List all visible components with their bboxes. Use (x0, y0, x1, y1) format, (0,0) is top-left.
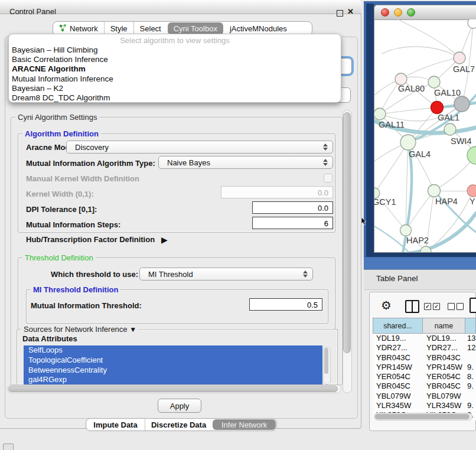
network-node[interactable] (444, 123, 456, 135)
attribute-list-item[interactable]: gal4RGexp (24, 375, 322, 384)
algorithm-option[interactable]: ARACNE Algorithm (9, 64, 341, 74)
kernel-width-field[interactable]: 0.0 (221, 186, 333, 198)
tab-impute-data[interactable]: Impute Data (86, 419, 145, 431)
tab-cyni-toolbox-label: Cyni Toolbox (174, 24, 217, 33)
network-window-titlebar[interactable] (374, 5, 476, 20)
column-header-name[interactable]: name (422, 318, 465, 334)
mac-zoom-button[interactable] (407, 8, 415, 17)
checked-checkbox-icon[interactable]: ✓ (433, 303, 440, 310)
tab-discretize-data[interactable]: Discretize Data (145, 419, 212, 431)
table-cell: YBL079W (373, 392, 422, 401)
algorithm-definition-title: Algorithm Definition (22, 129, 101, 138)
tab-cyni-toolbox[interactable]: Cyni Toolbox (168, 22, 223, 35)
settings-vertical-scrollbar-thumb[interactable] (343, 112, 351, 353)
table-panel-title: Table Panel (376, 274, 418, 283)
table-cell: 8. (465, 372, 476, 381)
table-cell: YBR043C (373, 353, 422, 363)
unchecked-checkbox-icon[interactable] (448, 303, 455, 310)
table-horizontal-scrollbar-thumb[interactable] (375, 414, 470, 419)
which-threshold-value: MI Threshold (140, 270, 301, 279)
attribute-list-item[interactable]: BetweennessCentrality (24, 366, 322, 376)
network-node[interactable] (454, 96, 470, 112)
checked-checkbox-icon[interactable]: ✓ (424, 303, 431, 310)
apply-button[interactable]: Apply (158, 399, 201, 413)
stepper-arrows-icon (321, 144, 330, 151)
attribute-list-item[interactable]: TopologicalCoefficient (24, 356, 322, 366)
table-cell: YER054C (373, 372, 422, 381)
data-attributes-label: Data Attributes (22, 334, 77, 343)
network-node[interactable] (467, 185, 476, 197)
table-row[interactable]: YPR145WYPR145W9. (373, 363, 476, 372)
collapse-caret-down-icon[interactable]: ▼ (129, 325, 136, 334)
attribute-list-item[interactable]: SelfLoops (24, 345, 322, 356)
table-header-row: shared... name (373, 318, 476, 334)
tab-select-label: Select (140, 24, 161, 33)
mac-minimize-button[interactable] (394, 8, 402, 17)
node-label: GCY1 (374, 197, 396, 207)
tab-infer-network[interactable]: Infer Network (213, 419, 276, 430)
algorithm-option[interactable]: Mutual Information Inference (9, 74, 341, 84)
network-node[interactable] (400, 135, 416, 150)
table-row[interactable]: YDL19...YDL19...13 (373, 334, 476, 343)
network-node[interactable] (428, 185, 441, 197)
table-row[interactable]: YBL079WYBL079W (373, 392, 476, 401)
network-node[interactable] (468, 19, 476, 28)
aracne-mode-combobox[interactable]: Discovery (66, 141, 333, 154)
node-label: GAL11 (379, 120, 405, 129)
mi-threshold-field[interactable]: 0.5 (249, 298, 322, 311)
algorithm-option[interactable]: Bayesian – K2 (9, 84, 341, 93)
mac-close-button[interactable] (381, 8, 389, 17)
network-node[interactable] (431, 102, 444, 114)
float-window-icon[interactable] (337, 10, 343, 17)
tab-jactivemnodules-label: jActiveMNodules (230, 24, 287, 33)
attributes-scrollbar-thumb[interactable] (324, 348, 328, 374)
table-cell: YDR27... (373, 343, 422, 353)
node-label: GAL7 (453, 64, 475, 74)
manual-kernel-width-checkbox[interactable] (324, 174, 332, 182)
network-edge (409, 213, 476, 253)
table-row[interactable]: YER054CYER054C8. (373, 372, 476, 381)
hub-definition-label: Hub/Transcription Factor Definition (26, 235, 155, 244)
network-node[interactable] (395, 73, 407, 85)
algorithm-option[interactable]: Dream8 DC_TDC Algorithm (9, 93, 341, 103)
new-table-icon-partial[interactable] (470, 298, 476, 313)
network-node[interactable] (400, 225, 412, 236)
network-node[interactable] (454, 52, 465, 64)
network-canvas[interactable]: GAL7GAL80GAL10GAL1GAL11SWI4GAL4HAP4YGCY1… (374, 19, 476, 253)
threshold-definition-title: Threshold Definition (22, 253, 96, 262)
column-header-partial[interactable] (465, 318, 476, 334)
network-node[interactable] (467, 146, 476, 164)
table-cell (465, 392, 476, 401)
network-node[interactable] (374, 108, 386, 120)
algorithm-option[interactable]: Basic Correlation Inference (9, 55, 341, 64)
screen: Control Panel ✕ Network Style Select Cyn… (0, 0, 476, 450)
close-icon[interactable]: ✕ (347, 7, 354, 16)
settings-horizontal-scrollbar-thumb[interactable] (8, 386, 338, 392)
network-node[interactable] (428, 76, 440, 88)
mi-steps-field[interactable]: 6 (252, 217, 333, 229)
table-row[interactable]: YLR345WYLR345W9. (373, 401, 476, 410)
mi-threshold-definition-title: MI Threshold Definition (31, 285, 120, 294)
node-label: GAL4 (409, 149, 431, 159)
which-threshold-combobox[interactable]: MI Threshold (139, 268, 313, 281)
table-settings-gear-icon[interactable]: ⚙ (381, 298, 392, 312)
node-label: GAL10 (434, 88, 461, 97)
unchecked-checkbox-icon[interactable] (457, 303, 464, 310)
table-row[interactable]: YBR045CYBR045C9. (373, 381, 476, 391)
stepper-arrows-icon (301, 270, 310, 278)
split-columns-icon[interactable] (405, 300, 419, 313)
table-row[interactable]: YBR043CYBR043C (373, 353, 476, 363)
algorithm-dropdown-list: Bayesian – Hill ClimbingBasic Correlatio… (9, 45, 341, 103)
mi-algorithm-type-combobox[interactable]: Naive Bayes (158, 156, 333, 169)
attributes-scrollbar[interactable] (323, 347, 331, 384)
network-edge (398, 19, 459, 58)
expand-caret-right-icon[interactable]: ▶ (161, 235, 168, 244)
column-header-shared[interactable]: shared... (373, 318, 422, 334)
dpi-tolerance-field[interactable]: 0.0 (252, 201, 333, 214)
collapsed-panel-button[interactable] (3, 444, 14, 450)
network-view-window: GAL7GAL80GAL10GAL1GAL11SWI4GAL4HAP4YGCY1… (374, 5, 476, 253)
algorithm-option[interactable]: Bayesian – Hill Climbing (9, 45, 341, 55)
table-row[interactable]: YDR27...YDR27...12 (373, 343, 476, 353)
tab-network-label: Network (70, 24, 98, 33)
table-cell: YPR145W (373, 363, 422, 372)
